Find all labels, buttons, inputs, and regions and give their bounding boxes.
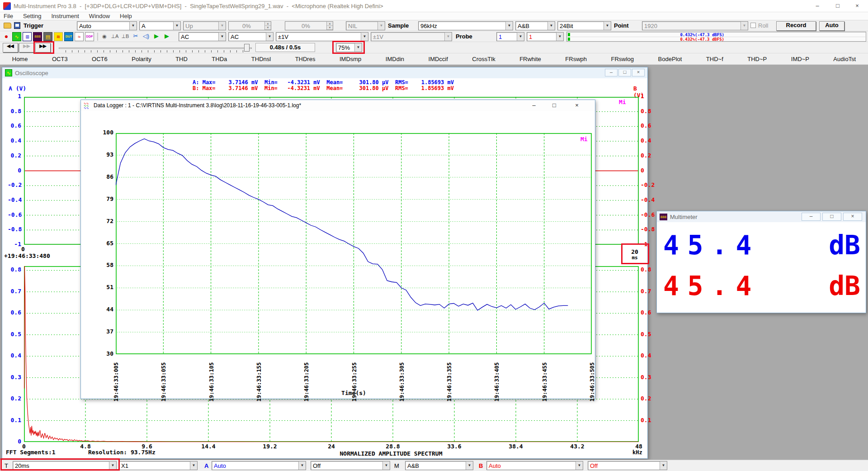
minimize-button[interactable]: – <box>527 102 541 109</box>
probe-a-select[interactable]: 1▼ <box>496 32 524 41</box>
tab-frwhite[interactable]: FRwhite <box>517 55 544 63</box>
maximize-button[interactable]: □ <box>822 213 841 221</box>
record-icon[interactable]: ● <box>2 32 11 41</box>
spectrum-xtick: 24 <box>321 443 342 450</box>
record-button[interactable]: Record <box>776 21 816 31</box>
tab-imd~p[interactable]: IMD~P <box>788 55 812 63</box>
sound-output-icon[interactable]: ◁) <box>142 32 151 41</box>
tab-thdnsl[interactable]: THDnsl <box>249 55 274 63</box>
tab-thdres[interactable]: THDres <box>292 55 318 63</box>
tab-oct6[interactable]: OCT6 <box>89 55 110 63</box>
tab-thd~p[interactable]: THD~P <box>745 55 769 63</box>
marker-a-icon[interactable]: ⊥A <box>110 32 119 41</box>
data-logger-xtick: 19:46:33:355 <box>446 357 452 402</box>
dut-icon[interactable]: DUT <box>64 32 73 41</box>
tab-thd~f[interactable]: THD~f <box>703 55 726 63</box>
m-channels-select[interactable]: A&B▼ <box>405 461 473 470</box>
tab-polarity[interactable]: Polarity <box>129 55 154 63</box>
open-file-icon[interactable] <box>4 23 11 29</box>
annotation-box-zoom-level <box>332 41 365 54</box>
tab-imdccif[interactable]: IMDccif <box>426 55 451 63</box>
oscilloscope-icon[interactable]: ∿ <box>12 32 21 41</box>
position-slider-ticks <box>66 50 247 52</box>
tab-frswph[interactable]: FRswph <box>562 55 590 63</box>
tab-thd[interactable]: THD <box>173 55 190 63</box>
menu-item-help[interactable]: Help <box>120 13 132 19</box>
spectrum-analyzer-icon[interactable]: ▥ <box>23 32 32 41</box>
menu-item-setting[interactable]: Setting <box>23 13 41 19</box>
menu-item-file[interactable]: File <box>4 13 13 19</box>
waveform-ytick-a: 0.8 <box>8 108 21 114</box>
rewind-button[interactable]: ◀◀ <box>3 43 18 52</box>
tab-oct3[interactable]: OCT3 <box>49 55 71 63</box>
b-range-select[interactable]: Auto▼ <box>486 461 583 470</box>
oscilloscope-title-bar[interactable]: ∿ Oscilloscope – □ × <box>2 67 647 78</box>
probe-calibration-icon[interactable]: ◉ <box>100 32 109 41</box>
close-button[interactable]: × <box>570 102 584 109</box>
waveform-ytick-a: 0 <box>8 167 21 174</box>
data-logger-plot[interactable] <box>116 133 592 354</box>
sampling-channels-select[interactable]: A&B▼ <box>515 21 555 30</box>
toolbar-sampling: Trigger Auto▼ A▼ Up▼ 0%▲▼ 0%▲▼ NIL▼ Samp… <box>0 20 868 31</box>
b-function-select[interactable]: Off▼ <box>588 461 667 470</box>
spectrum-xtick: 14.4 <box>198 443 219 450</box>
level-readout-b: 0.432%(-47.3 dBFS) <box>680 37 724 42</box>
minimize-button[interactable]: – <box>605 69 618 76</box>
close-button[interactable]: × <box>843 213 862 221</box>
spectrum-3d-plot-icon[interactable]: ▤ <box>43 32 52 41</box>
auto-button[interactable]: Auto <box>819 21 844 31</box>
a-range-select[interactable]: Auto▼ <box>212 461 306 470</box>
tab-imddin[interactable]: IMDdin <box>383 55 407 63</box>
probe-b-select[interactable]: 1▼ <box>527 32 564 41</box>
a-function-select[interactable]: Off▼ <box>311 461 390 470</box>
save-icon[interactable] <box>14 22 20 29</box>
position-slider-thumb[interactable] <box>244 44 250 52</box>
data-logger-icon[interactable]: ≋ <box>54 32 63 41</box>
derived-data-icon[interactable]: ≈ <box>75 32 84 41</box>
tab-bodeplot[interactable]: BodePlot <box>656 55 685 63</box>
minimize-button[interactable]: – <box>802 213 821 221</box>
menu-item-window[interactable]: Window <box>89 13 110 19</box>
trigger-source-select[interactable]: A▼ <box>139 21 181 30</box>
position-slider-track[interactable] <box>59 48 252 49</box>
ddp-viewer-icon[interactable]: DDP <box>85 32 94 41</box>
tab-audiotst[interactable]: AudioTst <box>830 55 859 63</box>
trigger-label: Trigger <box>24 22 43 29</box>
tab-home[interactable]: Home <box>9 55 31 63</box>
play-loop-icon[interactable]: ▶ <box>162 32 171 41</box>
sampling-rate-select[interactable]: 96kHz▼ <box>418 21 513 30</box>
menu-item-instrument[interactable]: Instrument <box>51 13 79 19</box>
multimeter-icon[interactable]: 888 <box>33 32 42 41</box>
range-a-select[interactable]: ±1V▼ <box>276 32 368 41</box>
minimize-button[interactable]: – <box>807 0 827 12</box>
fft-segments-label: FFT Segments:1 <box>6 449 56 456</box>
data-logger-ytick: 30 <box>100 351 113 357</box>
level-bar-b <box>568 38 570 41</box>
maximize-button[interactable]: □ <box>618 69 631 76</box>
maximize-button[interactable]: □ <box>547 102 561 109</box>
cut-icon[interactable]: ✂ <box>131 32 140 41</box>
tab-frswlog[interactable]: FRswlog <box>609 55 637 63</box>
coupling-b-select[interactable]: AC▼ <box>228 32 274 41</box>
data-logger-ytick: 79 <box>100 196 113 202</box>
maximize-button[interactable]: □ <box>828 0 848 12</box>
tab-thda[interactable]: THDa <box>209 55 230 63</box>
multimeter-title-bar[interactable]: 888 Multimeter – □ × <box>657 211 866 222</box>
close-button[interactable]: × <box>632 69 645 76</box>
close-button[interactable]: × <box>847 0 867 12</box>
tab-crosstlk[interactable]: CrossTlk <box>469 55 498 63</box>
multiplier-select[interactable]: X1▼ <box>119 461 198 470</box>
waveform-ytick-a: -0.6 <box>8 212 21 218</box>
coupling-a-select[interactable]: AC▼ <box>179 32 226 41</box>
data-logger-ytick: 37 <box>100 328 113 335</box>
marker-b-icon[interactable]: ⊥B <box>121 32 130 41</box>
data-logger-ytick: 65 <box>100 240 113 247</box>
data-logger-title-bar[interactable]: ∿∿∿∿∿∿ Data Logger : 1 - C:\VIRTINS Mult… <box>81 100 595 111</box>
waveform-ytick-b: -0.2 <box>641 182 656 188</box>
data-logger-xtick: 19:46:33:405 <box>494 357 500 402</box>
data-logger-xtick: 19:46:33:155 <box>255 357 261 402</box>
tab-imdsmp[interactable]: IMDsmp <box>337 55 364 63</box>
sampling-bits-select[interactable]: 24Bit▼ <box>557 21 611 30</box>
trigger-mode-select[interactable]: Auto▼ <box>77 21 137 30</box>
play-icon[interactable]: ▶ <box>152 32 161 41</box>
